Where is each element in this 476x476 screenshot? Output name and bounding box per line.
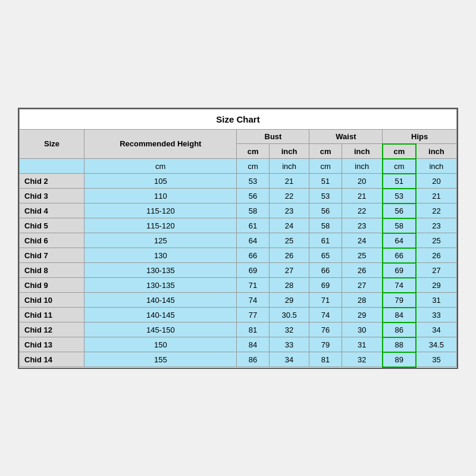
data-cell: 105 (84, 174, 237, 189)
data-cell: 69 (309, 278, 342, 293)
data-cell: 22 (342, 203, 383, 218)
data-cell: 30.5 (269, 308, 309, 322)
data-cell: 56 (309, 203, 342, 218)
data-cell: 27 (342, 278, 383, 293)
table-row: Chid 14155863481328935 (20, 352, 457, 367)
bust-inch-header: inch (269, 144, 309, 159)
size-cell: Chid 5 (20, 218, 84, 233)
data-cell: 61 (309, 233, 342, 248)
data-cell: 74 (309, 308, 342, 322)
data-cell: 74 (383, 278, 416, 293)
hips-inch-header: inch (416, 144, 457, 159)
chart-title: Size Chart (20, 109, 457, 129)
data-cell: 53 (383, 189, 416, 203)
table-row: Chid 11140-1457730.574298433 (20, 308, 457, 322)
table-row: Chid 7130662665256626 (20, 248, 457, 263)
data-cell: 77 (237, 308, 269, 322)
header-row-1: Size Recommended Height Bust Waist Hips (20, 129, 457, 144)
data-cell: 29 (342, 308, 383, 322)
data-cell: 69 (237, 263, 269, 278)
data-cell: 115-120 (84, 218, 237, 233)
table-row: Chid 6125642561246425 (20, 233, 457, 248)
data-cell: 24 (342, 233, 383, 248)
size-cell: Chid 2 (20, 174, 84, 189)
data-cell: 27 (416, 263, 457, 278)
table-body: Chid 2105532151205120Chid 31105622532153… (20, 174, 457, 367)
data-cell: 28 (269, 278, 309, 293)
data-cell: 71 (309, 293, 342, 308)
data-cell: 150 (84, 337, 237, 352)
data-cell: 21 (269, 174, 309, 189)
data-cell: 34 (269, 352, 309, 367)
data-cell: 140-145 (84, 308, 237, 322)
data-cell: 51 (309, 174, 342, 189)
hips-inch-unit: inch (416, 159, 457, 174)
data-cell: 20 (416, 174, 457, 189)
data-cell: 140-145 (84, 293, 237, 308)
size-cell: Chid 12 (20, 322, 84, 337)
data-cell: 64 (237, 233, 269, 248)
data-cell: 89 (383, 352, 416, 367)
data-cell: 23 (416, 218, 457, 233)
data-cell: 51 (383, 174, 416, 189)
data-cell: 32 (269, 322, 309, 337)
unit-row: cm cm inch cm inch cm inch (20, 159, 457, 174)
data-cell: 110 (84, 189, 237, 203)
data-cell: 27 (269, 263, 309, 278)
data-cell: 81 (237, 322, 269, 337)
data-cell: 58 (237, 203, 269, 218)
size-cell: Chid 4 (20, 203, 84, 218)
data-cell: 61 (237, 218, 269, 233)
height-unit-cell: cm (84, 159, 237, 174)
data-cell: 79 (309, 337, 342, 352)
data-cell: 88 (383, 337, 416, 352)
table-row: Chid 2105532151205120 (20, 174, 457, 189)
data-cell: 32 (342, 352, 383, 367)
data-cell: 81 (309, 352, 342, 367)
data-cell: 145-150 (84, 322, 237, 337)
hips-header: Hips (383, 129, 457, 144)
data-cell: 76 (309, 322, 342, 337)
bust-cm-unit: cm (237, 159, 269, 174)
size-cell: Chid 8 (20, 263, 84, 278)
size-header: Size (20, 129, 84, 159)
waist-inch-unit: inch (342, 159, 383, 174)
size-cell: Chid 11 (20, 308, 84, 322)
size-cell: Chid 10 (20, 293, 84, 308)
size-cell: Chid 6 (20, 233, 84, 248)
data-cell: 74 (237, 293, 269, 308)
data-cell: 31 (342, 337, 383, 352)
size-chart-container: Size Chart Size Recommended Height Bust … (18, 108, 458, 369)
data-cell: 58 (309, 218, 342, 233)
data-cell: 22 (269, 189, 309, 203)
waist-inch-header: inch (342, 144, 383, 159)
data-cell: 84 (237, 337, 269, 352)
data-cell: 23 (342, 218, 383, 233)
data-cell: 71 (237, 278, 269, 293)
size-cell: Chid 14 (20, 352, 84, 367)
data-cell: 25 (416, 233, 457, 248)
data-cell: 22 (416, 203, 457, 218)
data-cell: 25 (269, 233, 309, 248)
data-cell: 30 (342, 322, 383, 337)
bust-inch-unit: inch (269, 159, 309, 174)
data-cell: 125 (84, 233, 237, 248)
data-cell: 28 (342, 293, 383, 308)
height-header: Recommended Height (84, 129, 237, 159)
data-cell: 25 (342, 248, 383, 263)
hips-cm-header: cm (383, 144, 416, 159)
data-cell: 56 (383, 203, 416, 218)
table-row: Chid 10140-145742971287931 (20, 293, 457, 308)
data-cell: 64 (383, 233, 416, 248)
data-cell: 66 (237, 248, 269, 263)
data-cell: 53 (309, 189, 342, 203)
data-cell: 26 (342, 263, 383, 278)
size-cell: Chid 3 (20, 189, 84, 203)
size-unit-cell (20, 159, 84, 174)
size-cell: Chid 9 (20, 278, 84, 293)
waist-cm-unit: cm (309, 159, 342, 174)
data-cell: 86 (383, 322, 416, 337)
data-cell: 26 (416, 248, 457, 263)
table-row: Chid 13150843379318834.5 (20, 337, 457, 352)
data-cell: 21 (416, 189, 457, 203)
